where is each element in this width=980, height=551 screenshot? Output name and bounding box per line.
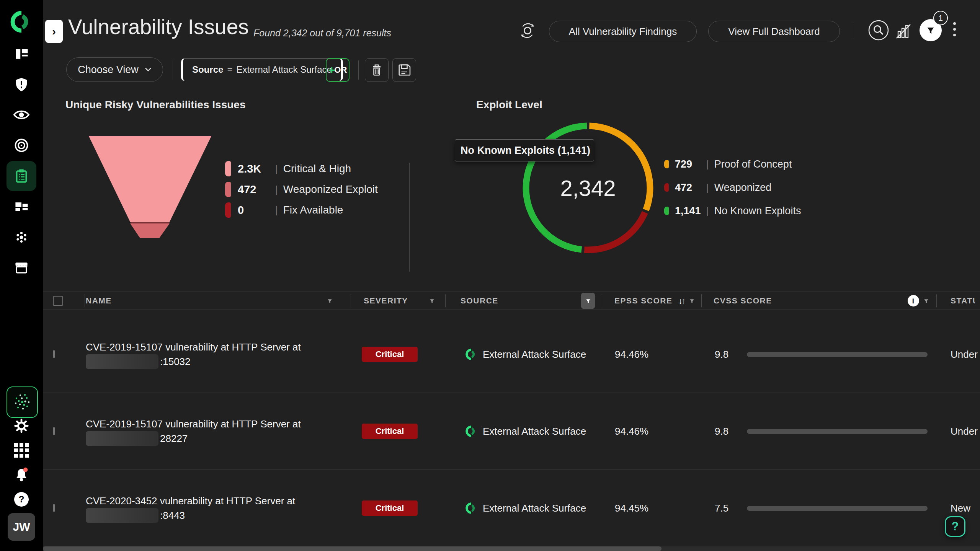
cvss-value: 9.8: [715, 349, 728, 360]
redacted-host: [86, 431, 158, 446]
vulnerability-name[interactable]: CVE-2019-15107 vulnerability at HTTP Ser…: [85, 340, 351, 369]
filter-icon[interactable]: [923, 298, 929, 304]
vulnerability-name[interactable]: CVE-2019-15107 vulnerability at HTTP Ser…: [85, 417, 351, 446]
findings-table: NAME SEVERITY SOURCE EPSS SCORE ↓↑ CVSS …: [43, 292, 980, 547]
sidebar-item-reports-active[interactable]: [7, 161, 36, 191]
sidebar-item-marketplace[interactable]: [7, 253, 36, 283]
all-vulnerability-findings-button[interactable]: All Vulnerability Findings: [549, 21, 697, 42]
sidebar-item-discovery[interactable]: [7, 100, 36, 130]
source-cell: External Attack Surface: [446, 349, 602, 360]
sidebar-item-widgets[interactable]: [7, 192, 36, 222]
search-button[interactable]: [867, 19, 890, 41]
column-epss-score[interactable]: EPSS SCORE ↓↑: [602, 294, 702, 307]
table-row[interactable]: CVE-2019-15107 vulnerability at HTTP Ser…: [43, 316, 980, 393]
more-menu-button[interactable]: [953, 22, 956, 36]
sidebar: ? JW: [0, 0, 43, 551]
legend-value: 0: [238, 204, 270, 217]
horizontal-scrollbar[interactable]: [43, 546, 980, 551]
sidebar-item-dashboards[interactable]: [7, 39, 36, 69]
epss-score: 94.45%: [602, 502, 702, 514]
cvss-cell: 9.8: [702, 349, 937, 360]
add-or-condition-button[interactable]: + OR: [326, 58, 350, 82]
user-avatar[interactable]: JW: [8, 513, 35, 541]
select-all-checkbox[interactable]: [53, 296, 63, 306]
filter-icon[interactable]: [429, 298, 435, 304]
status-cell: Under Inv: [937, 425, 980, 437]
legend-item[interactable]: 472 | Weaponized Exploit: [225, 181, 378, 197]
storefront-icon: [13, 259, 30, 276]
filter-chip-source[interactable]: Source = External Attack Surface: [181, 58, 343, 81]
divider: |: [275, 184, 278, 196]
chip-operator: =: [227, 64, 232, 75]
cvss-cell: 9.8: [702, 425, 937, 437]
filter-active-button[interactable]: [581, 293, 595, 309]
filter-icon: [585, 298, 591, 304]
view-full-dashboard-button[interactable]: View Full Dashboard: [708, 21, 840, 42]
sidebar-item-focus[interactable]: [7, 130, 36, 160]
legend-marker: [664, 160, 669, 168]
search-icon: [868, 20, 889, 41]
filter-icon: [924, 24, 937, 37]
delete-filter-button[interactable]: [365, 58, 389, 82]
column-name[interactable]: NAME: [85, 294, 351, 307]
expand-panel-button[interactable]: ›: [45, 20, 63, 43]
molecule-icon: [13, 229, 30, 246]
row-checkbox[interactable]: [53, 504, 55, 512]
filter-icon[interactable]: [689, 298, 695, 304]
source-logo-icon: [466, 349, 477, 360]
divider: |: [706, 205, 709, 217]
severity-badge: Critical: [362, 424, 418, 439]
info-icon[interactable]: i: [908, 295, 919, 306]
column-cvss-score[interactable]: CVSS SCORE i: [702, 294, 937, 307]
row-checkbox[interactable]: [53, 350, 55, 358]
epss-score: 94.46%: [602, 425, 702, 437]
trash-icon: [369, 62, 384, 78]
vulnerability-name[interactable]: CVE-2020-3452 vulnerability at HTTP Serv…: [85, 494, 351, 523]
source-cell: External Attack Surface: [446, 425, 602, 437]
legend-item[interactable]: 472 | Weaponized: [664, 181, 801, 194]
legend-item[interactable]: 729 | Proof of Concept: [664, 158, 801, 171]
epss-score: 94.46%: [602, 349, 702, 360]
sync-button[interactable]: [517, 20, 538, 41]
funnel-separator: [129, 222, 171, 223]
funnel-segment-critical-high[interactable]: [89, 136, 211, 222]
legend-marker: [225, 161, 231, 176]
sync-icon: [518, 21, 537, 40]
more-icon: [953, 22, 956, 25]
sidebar-item-security-findings[interactable]: [7, 70, 36, 99]
source-logo-icon: [466, 425, 477, 437]
divider: [173, 60, 173, 80]
row-checkbox[interactable]: [53, 427, 55, 435]
legend-value: 472: [238, 183, 270, 196]
chip-field: Source: [192, 64, 223, 75]
sidebar-item-integrations[interactable]: [7, 222, 36, 252]
legend-value: 472: [675, 182, 701, 194]
legend-marker: [225, 182, 231, 197]
status-cell: New: [937, 502, 980, 514]
column-severity[interactable]: SEVERITY: [351, 294, 446, 307]
column-source[interactable]: SOURCE: [446, 294, 602, 307]
help-fab-button[interactable]: ?: [945, 516, 965, 537]
redacted-host: [86, 354, 158, 369]
legend-marker: [664, 183, 669, 192]
hide-charts-button[interactable]: [893, 21, 913, 41]
choose-view-dropdown[interactable]: Choose View: [66, 57, 163, 82]
legend-item[interactable]: 2.3K | Critical & High: [225, 161, 378, 177]
save-filter-button[interactable]: [392, 58, 416, 82]
ai-dots-icon: [11, 391, 33, 413]
gear-icon: [13, 417, 30, 435]
column-status[interactable]: STATUS: [937, 294, 980, 307]
funnel-panel-title: Unique Risky Vulnerabilities Issues: [65, 99, 245, 111]
scrollbar-thumb[interactable]: [43, 546, 662, 551]
sort-icon[interactable]: ↓↑: [678, 296, 686, 306]
table-row[interactable]: CVE-2020-3452 vulnerability at HTTP Serv…: [43, 470, 980, 547]
sidebar-item-help[interactable]: ?: [7, 484, 36, 514]
legend-item[interactable]: 0 | Fix Available: [225, 202, 378, 218]
app-logo[interactable]: [7, 7, 36, 37]
table-row[interactable]: CVE-2019-15107 vulnerability at HTTP Ser…: [43, 393, 980, 470]
legend-item[interactable]: 1,141 | No Known Exploits: [664, 204, 801, 217]
filter-icon[interactable]: [327, 298, 333, 304]
funnel-segment-weaponized[interactable]: [130, 223, 170, 238]
divider: |: [706, 182, 709, 194]
legend-marker: [225, 202, 231, 218]
